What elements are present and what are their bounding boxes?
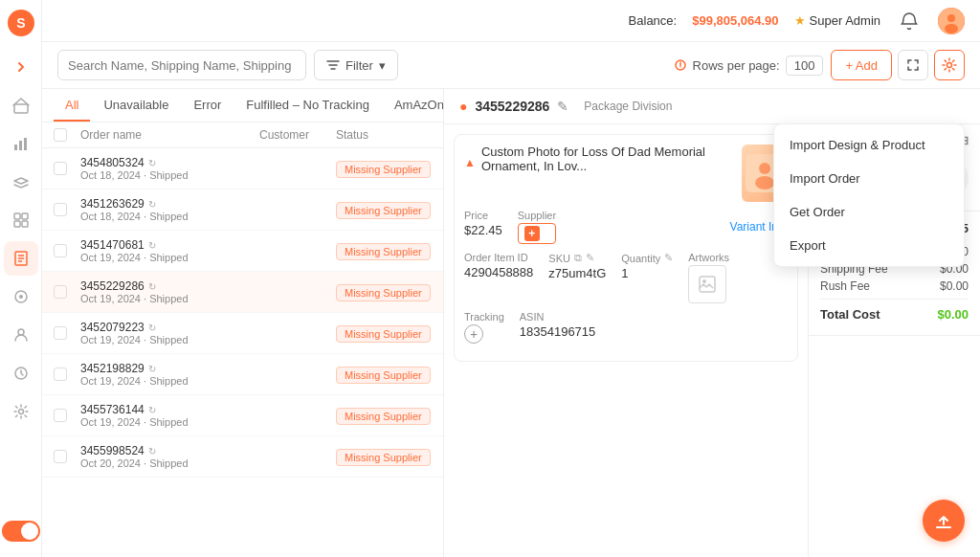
svg-rect-5 bbox=[24, 138, 27, 150]
order-date: Oct 18, 2024 · Shipped bbox=[80, 169, 259, 181]
svg-point-26 bbox=[759, 163, 770, 174]
select-all-checkbox[interactable] bbox=[54, 128, 80, 142]
rows-label: Rows per page: 100 bbox=[674, 56, 824, 76]
user-avatar[interactable] bbox=[938, 8, 965, 34]
tab-fulfilled-no-tracking[interactable]: Fulfilled – No Tracking bbox=[234, 90, 381, 122]
order-id: 3451470681 bbox=[80, 238, 145, 252]
sidebar-user-icon[interactable] bbox=[4, 318, 38, 352]
main-content: Balance: $99,805,064.90 ★ Super Admin bbox=[42, 0, 980, 557]
order-date: Oct 19, 2024 · Shipped bbox=[80, 252, 259, 263]
supplier-label: Supplier bbox=[518, 210, 556, 221]
menu-import-design[interactable]: Import Design & Product bbox=[774, 128, 964, 162]
app-logo[interactable]: S bbox=[6, 8, 36, 38]
order-item-id-value: 4290458888 bbox=[464, 265, 533, 279]
table-row[interactable]: 3451470681 ↻ Oct 19, 2024 · Shipped Miss… bbox=[42, 231, 443, 272]
sidebar-clock-icon[interactable] bbox=[4, 356, 38, 390]
tab-unavailable[interactable]: Unavailable bbox=[92, 90, 180, 122]
table-row[interactable]: 3455229286 ↻ Oct 19, 2024 · Shipped Miss… bbox=[42, 272, 443, 313]
detail-order-id: 3455229286 bbox=[475, 99, 549, 114]
menu-get-order[interactable]: Get Order bbox=[774, 195, 964, 229]
expand-button[interactable] bbox=[898, 50, 928, 80]
table-row[interactable]: 3452079223 ↻ Oct 19, 2024 · Shipped Miss… bbox=[42, 313, 443, 354]
status-badge: Missing Supplier bbox=[336, 367, 431, 384]
sidebar-chart-icon[interactable] bbox=[4, 126, 38, 161]
settings-button[interactable] bbox=[934, 50, 965, 80]
quantity-label: Quantity bbox=[621, 253, 660, 264]
artwork-thumbnail[interactable] bbox=[688, 265, 726, 303]
price-value: $22.45 bbox=[464, 223, 502, 237]
row-checkbox[interactable] bbox=[54, 162, 67, 175]
row-checkbox[interactable] bbox=[54, 409, 67, 422]
search-input[interactable] bbox=[57, 50, 306, 80]
table-row[interactable]: 3451263629 ↻ Oct 18, 2024 · Shipped Miss… bbox=[42, 189, 443, 231]
row-checkbox[interactable] bbox=[54, 326, 67, 340]
status-badge: Missing Supplier bbox=[336, 408, 431, 425]
table-row[interactable]: 3454805324 ↻ Oct 18, 2024 · Shipped Miss… bbox=[42, 148, 443, 189]
menu-export[interactable]: Export bbox=[774, 229, 964, 262]
menu-import-order[interactable]: Import Order bbox=[774, 162, 964, 195]
svg-point-15 bbox=[19, 295, 23, 299]
table-row[interactable]: 3455998524 ↻ Oct 20, 2024 · Shipped Miss… bbox=[42, 436, 443, 478]
svg-point-18 bbox=[18, 410, 23, 414]
tracking-label: Tracking bbox=[464, 311, 504, 323]
row-checkbox[interactable] bbox=[54, 244, 67, 257]
svg-text:S: S bbox=[16, 15, 25, 31]
rush-fee-value: $0.00 bbox=[940, 279, 969, 293]
supplier-add-button[interactable]: + bbox=[518, 223, 556, 244]
upload-fab[interactable] bbox=[923, 500, 965, 542]
product-title: Custom Photo for Loss Of Dad Memorial Or… bbox=[481, 145, 743, 173]
table-row[interactable]: 3452198829 ↻ Oct 19, 2024 · Shipped Miss… bbox=[42, 354, 443, 395]
tracking-add-button[interactable]: + bbox=[464, 324, 483, 344]
order-date: Oct 19, 2024 · Shipped bbox=[80, 375, 259, 387]
rows-count-value[interactable]: 100 bbox=[786, 56, 824, 76]
table-row[interactable]: 3455736144 ↻ Oct 19, 2024 · Shipped Miss… bbox=[42, 395, 443, 436]
row-checkbox[interactable] bbox=[54, 285, 67, 299]
refresh-icon: ↻ bbox=[148, 158, 156, 168]
sidebar-tools-icon[interactable] bbox=[4, 279, 38, 314]
total-cost-row: Total Cost $0.00 bbox=[820, 303, 969, 325]
sidebar-grid-icon[interactable] bbox=[4, 203, 38, 237]
balance-amount: $99,805,064.90 bbox=[692, 13, 778, 28]
row-checkbox[interactable] bbox=[54, 368, 67, 381]
order-date: Oct 19, 2024 · Shipped bbox=[80, 416, 259, 428]
detail-orange-dot: ● bbox=[459, 99, 467, 114]
toolbar: Filter ▾ Rows per page: 100 + Add bbox=[42, 42, 980, 89]
sidebar-toggle[interactable] bbox=[2, 521, 40, 542]
sku-copy-icon[interactable]: ⧉ bbox=[574, 252, 582, 264]
order-item-id-group: Order Item ID 4290458888 bbox=[464, 252, 533, 303]
row-checkbox[interactable] bbox=[54, 203, 67, 216]
supplier-group: Supplier + bbox=[518, 210, 556, 244]
order-date: Oct 19, 2024 · Shipped bbox=[80, 334, 259, 345]
sidebar-settings-icon[interactable] bbox=[4, 394, 38, 429]
status-badge: Missing Supplier bbox=[336, 243, 431, 260]
supplier-plus-icon: + bbox=[524, 226, 540, 241]
sidebar-layers-icon[interactable] bbox=[4, 165, 38, 199]
sidebar-nav-icon[interactable] bbox=[4, 50, 38, 84]
filter-button[interactable]: Filter ▾ bbox=[314, 50, 398, 80]
svg-point-20 bbox=[947, 14, 955, 22]
gear-icon bbox=[942, 57, 957, 73]
sku-edit-icon[interactable]: ✎ bbox=[586, 252, 594, 264]
tabs-bar: All Unavailable Error Fulfilled – No Tra… bbox=[42, 89, 443, 123]
svg-rect-28 bbox=[700, 277, 715, 292]
order-date: Oct 18, 2024 · Shipped bbox=[80, 211, 259, 222]
quantity-edit-icon[interactable]: ✎ bbox=[664, 252, 673, 264]
notification-icon[interactable] bbox=[896, 8, 923, 34]
tab-error[interactable]: Error bbox=[182, 90, 233, 122]
price-group: Price $22.45 bbox=[464, 210, 502, 244]
package-label: Package Division bbox=[584, 100, 672, 113]
refresh-icon: ↻ bbox=[148, 405, 156, 415]
asin-label: ASIN bbox=[520, 311, 596, 323]
edit-icon[interactable]: ✎ bbox=[557, 99, 568, 114]
svg-rect-9 bbox=[22, 221, 28, 227]
add-button[interactable]: + Add bbox=[831, 50, 892, 80]
orders-scroll[interactable]: 3454805324 ↻ Oct 18, 2024 · Shipped Miss… bbox=[42, 148, 443, 557]
row-checkbox[interactable] bbox=[54, 450, 67, 463]
svg-point-29 bbox=[702, 279, 706, 283]
product-chevron-icon[interactable]: ▲ bbox=[464, 156, 476, 169]
tab-amazon[interactable]: AmAzOn bbox=[383, 90, 444, 122]
sidebar-orders-icon[interactable] bbox=[4, 241, 38, 276]
order-id: 3452079223 bbox=[80, 321, 145, 334]
sidebar-home-icon[interactable] bbox=[4, 88, 38, 123]
tab-all[interactable]: All bbox=[54, 90, 90, 122]
